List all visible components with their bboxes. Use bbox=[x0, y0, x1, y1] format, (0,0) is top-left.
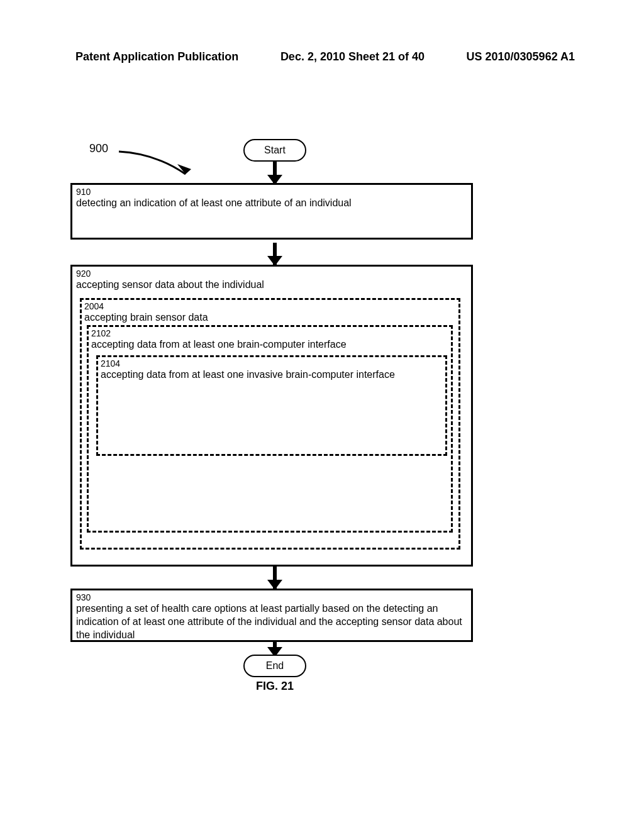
step-number: 2104 bbox=[101, 358, 443, 368]
reference-arrow-icon bbox=[118, 150, 199, 185]
flowchart-diagram: 900 Start 910 detecting an indication of… bbox=[70, 139, 574, 705]
arrow-icon bbox=[273, 642, 277, 656]
substep-2004: 2004 accepting brain sensor data 2102 ac… bbox=[80, 298, 460, 550]
step-number: 2102 bbox=[91, 328, 448, 338]
step-text: accepting data from at least one brain-c… bbox=[91, 338, 448, 351]
header-right: US 2010/0305962 A1 bbox=[467, 50, 575, 64]
substep-2102: 2102 accepting data from at least one br… bbox=[87, 325, 453, 533]
step-930: 930 presenting a set of health care opti… bbox=[70, 589, 473, 642]
end-node: End bbox=[243, 655, 306, 677]
step-text: accepting sensor data about the individu… bbox=[76, 279, 467, 292]
reference-number-900: 900 bbox=[89, 142, 108, 155]
step-text: accepting data from at least one invasiv… bbox=[101, 368, 443, 382]
page-header: Patent Application Publication Dec. 2, 2… bbox=[0, 0, 644, 64]
header-center: Dec. 2, 2010 Sheet 21 of 40 bbox=[280, 50, 425, 64]
start-label: Start bbox=[264, 145, 286, 156]
header-left: Patent Application Publication bbox=[75, 50, 238, 64]
arrow-icon bbox=[273, 162, 277, 184]
step-920: 920 accepting sensor data about the indi… bbox=[70, 265, 473, 567]
substep-2104: 2104 accepting data from at least one in… bbox=[96, 355, 447, 456]
step-number: 920 bbox=[76, 268, 467, 279]
arrow-icon bbox=[273, 243, 277, 265]
step-910: 910 detecting an indication of at least … bbox=[70, 183, 473, 240]
step-number: 910 bbox=[76, 187, 467, 197]
end-label: End bbox=[266, 660, 284, 672]
start-node: Start bbox=[243, 139, 306, 162]
step-number: 930 bbox=[76, 592, 467, 602]
step-text: detecting an indication of at least one … bbox=[76, 197, 467, 210]
step-text: presenting a set of health care options … bbox=[76, 602, 467, 641]
step-text: accepting brain sensor data bbox=[84, 311, 456, 324]
figure-label: FIG. 21 bbox=[256, 680, 294, 693]
step-number: 2004 bbox=[84, 301, 456, 311]
arrow-icon bbox=[273, 567, 277, 589]
